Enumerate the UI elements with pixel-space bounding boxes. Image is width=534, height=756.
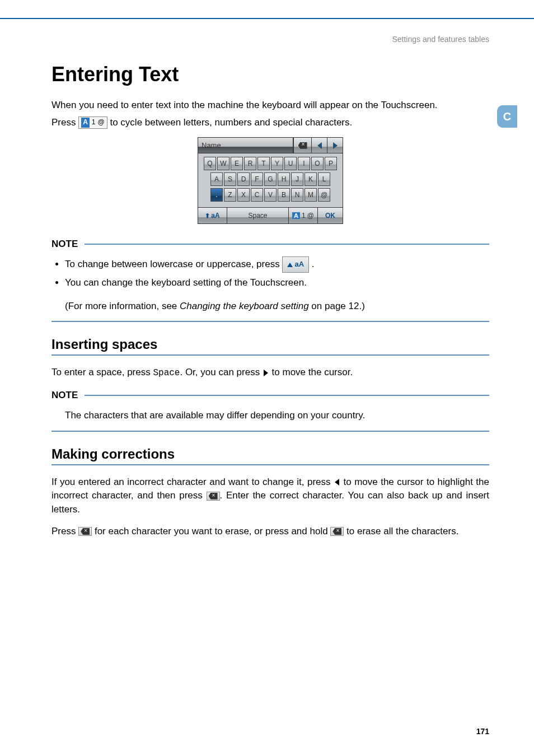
key[interactable]: J [291,172,303,186]
note-close-rule [51,321,489,322]
note-label: NOTE [51,390,78,401]
ok-button[interactable]: OK [318,208,343,223]
triangle-left-icon [317,142,322,149]
page-number: 171 [476,727,489,736]
backspace-icon [298,142,307,149]
note1-subtext: (For more information, see Changing the … [65,297,489,315]
key[interactable]: E [231,157,243,170]
key[interactable]: S [224,172,236,186]
page-content: Settings and features tables C Entering … [0,19,534,538]
triangle-right-icon [264,370,268,376]
triangle-left-icon [335,479,339,486]
key[interactable]: I [298,157,310,170]
key[interactable]: V [264,188,277,202]
key[interactable]: U [284,157,297,170]
backspace-key-inline[interactable] [207,492,220,501]
key[interactable]: O [311,157,324,170]
backspace-button[interactable] [293,138,311,153]
key[interactable]: T [257,157,270,170]
key[interactable]: W [217,157,229,170]
note1-b1-post: . [312,259,315,269]
note-rule [85,244,489,245]
key[interactable]: . [210,188,223,202]
note-header: NOTE [51,239,489,250]
key[interactable]: @ [318,188,330,202]
key[interactable]: A [210,172,223,186]
page-title: Entering Text [51,63,489,86]
note-list: To change between lowercase or uppercase… [51,255,489,292]
key[interactable]: N [291,188,303,202]
key[interactable]: P [325,157,337,170]
note1-b2: You can change the keyboard setting of t… [65,277,307,288]
key[interactable]: M [305,188,317,202]
note-close-rule [51,431,489,432]
section-rule [51,464,489,465]
key[interactable]: X [237,188,250,202]
cursor-right-button[interactable] [327,138,343,153]
key[interactable]: B [278,188,290,202]
keyboard-row-1: Q W E R T Y U I O P [200,157,340,170]
keyboard-bottom-row: ⬆ aA Space A 1 @ OK [198,207,343,223]
keyboard-row-3: . Z X C V B N M @ [200,188,340,202]
shift-case-label: aA [294,258,304,272]
p2b: for each character you want to erase, or… [92,526,330,536]
note-rule [85,395,489,396]
p2c: to erase all the characters. [344,526,458,536]
key[interactable]: F [251,172,263,186]
mode-a: A [292,212,300,219]
mode-key-a: A [81,118,90,127]
sect1-post: to move the cursor. [269,367,353,377]
list-item: To change between lowercase or uppercase… [65,255,489,273]
key[interactable]: Z [224,188,236,202]
intro-line-2-post: to cycle between letters, numbers and sp… [110,117,352,128]
note1-sub-pre: (For more information, see [65,301,180,311]
key[interactable]: K [305,172,317,186]
key[interactable]: Y [271,157,283,170]
key[interactable]: Q [204,157,216,170]
breadcrumb: Settings and features tables [51,35,489,44]
mode-button[interactable]: A 1 @ [289,208,318,223]
corrections-para2: Press for each character you want to era… [51,525,489,539]
key[interactable]: G [264,172,277,186]
shift-label: aA [211,212,219,220]
sect1-mid: . Or, you can press [180,367,262,377]
shift-button[interactable]: ⬆ aA [198,208,227,223]
mode-key-1: 1 [92,118,96,127]
backspace-icon [332,528,341,535]
p1a: If you entered an incorrect character an… [51,477,334,487]
intro-line-2-pre: Press [51,117,78,128]
key[interactable]: L [318,172,330,186]
key[interactable]: C [251,188,263,202]
section-tab: C [497,105,517,128]
section-rule [51,354,489,356]
keyboard-row-2: A S D F G H J K L [200,172,340,186]
keyboard-rows: Q W E R T Y U I O P A S D F G H J K L [198,153,343,207]
corrections-para1: If you entered an incorrect character an… [51,475,489,517]
key[interactable]: R [244,157,256,170]
note2-text: The characters that are available may di… [65,407,489,424]
note1-sub-post: on page 12.) [309,301,365,311]
arrow-up-icon: ⬆ [205,212,210,220]
cursor-left-button[interactable] [311,138,327,153]
section-heading: Making corrections [51,446,489,462]
shift-case-key[interactable]: aA [282,256,309,273]
key[interactable]: D [237,172,250,186]
space-button[interactable]: Space [227,208,289,223]
intro-line-1: When you need to enter text into the mac… [51,99,489,113]
note1-b1-pre: To change between lowercase or uppercase… [65,259,282,269]
backspace-key-inline[interactable] [330,527,344,536]
key[interactable]: H [278,172,290,186]
inserting-spaces-text: To enter a space, press Space. Or, you c… [51,366,489,380]
keyboard-header: Name [198,138,343,153]
mode-key-at: @ [98,118,105,127]
space-key-mono: Space [153,368,180,378]
cross-ref-link[interactable]: Changing the keyboard setting [180,301,309,311]
p2a: Press [51,526,78,536]
note-label: NOTE [51,239,78,250]
intro-line-2: Press A 1 @ to cycle between letters, nu… [51,116,489,130]
backspace-key-inline[interactable] [78,527,92,536]
keyboard-field-label: Name [198,138,293,153]
arrow-up-icon [287,263,293,267]
mode-at: @ [307,212,314,220]
mode-cycle-key[interactable]: A 1 @ [78,116,107,128]
